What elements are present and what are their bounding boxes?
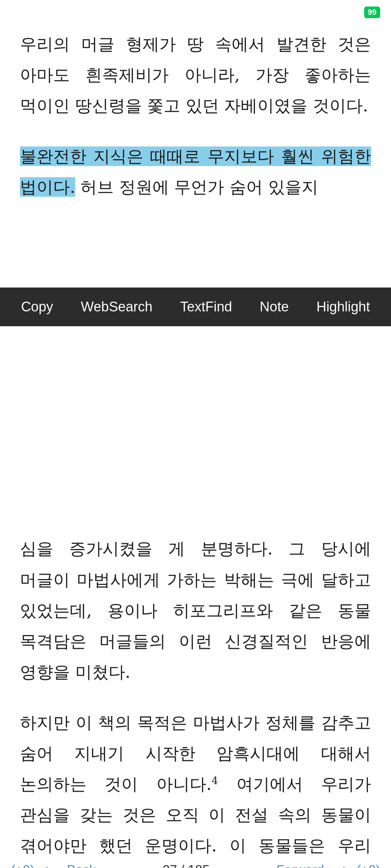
paragraph-3: 심을 증가시켰을 게 분명하다. 그 당시에 머글이 마법사에게 가하는 박해는…: [20, 533, 371, 687]
status-bar: 99: [364, 7, 380, 18]
nav-left-group: (+0) ◄— Back: [11, 863, 96, 868]
right-offset: (+0): [357, 863, 380, 868]
nav-right-group: Forward —► (+0): [276, 863, 380, 868]
content-below-menu: 심을 증가시켰을 게 분명하다. 그 당시에 머글이 마법사에게 가하는 박해는…: [0, 533, 391, 868]
textfind-button[interactable]: TextFind: [175, 295, 237, 318]
battery-indicator: 99: [364, 7, 380, 18]
left-offset: (+0): [11, 863, 34, 868]
note-button[interactable]: Note: [254, 295, 294, 318]
copy-button[interactable]: Copy: [16, 295, 59, 318]
reading-content: 우리의 머글 형제가 땅 속에서 발견한 것은 아마도 흰족제비가 아니라, 가…: [0, 7, 391, 203]
page-info: 27 / 185: [163, 863, 210, 868]
back-button[interactable]: ◄— Back: [37, 863, 96, 868]
paragraph-4: 하지만 이 책의 목적은 마법사가 정체를 감추고 숨어 지내기 시작한 암흑시…: [20, 707, 371, 868]
footnote-ref: 4: [211, 775, 218, 787]
bottom-navigation: (+0) ◄— Back 27 / 185 Forward —► (+0): [0, 863, 391, 868]
paragraph-1: 우리의 머글 형제가 땅 속에서 발견한 것은 아마도 흰족제비가 아니라, 가…: [20, 29, 371, 121]
paragraph-2: 불완전한 지식은 때때로 무지보다 훨씬 위험한 법이다. 허브 정원에 무언가…: [20, 141, 371, 203]
forward-button[interactable]: Forward —►: [276, 863, 354, 868]
context-menu: Copy WebSearch TextFind Note Highlight: [0, 288, 391, 326]
highlight-button[interactable]: Highlight: [311, 295, 375, 318]
paragraph-2-continuation: 허브 정원에 무언가 숨어 있을지: [75, 177, 318, 197]
websearch-button[interactable]: WebSearch: [75, 295, 158, 318]
